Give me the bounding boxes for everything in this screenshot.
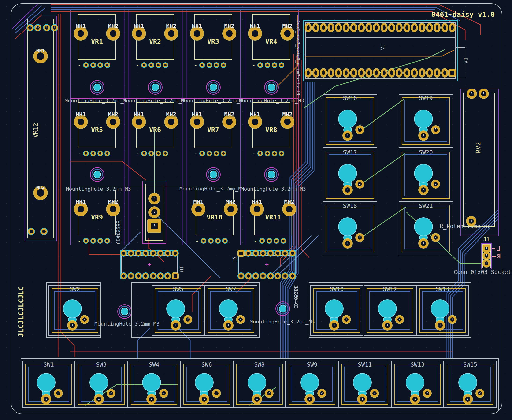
daisy-pad-bottom[interactable] [404, 69, 410, 77]
dip-pad[interactable] [150, 250, 156, 256]
vr-pin-pad[interactable] [265, 151, 270, 156]
j1-connector[interactable]: 123 [481, 243, 492, 269]
switch-module[interactable]: 12SW19 [399, 94, 453, 148]
hole-drill[interactable] [121, 308, 128, 315]
vr-module[interactable]: MH1MH2VR9- [78, 190, 116, 235]
daisy-pad-pin1[interactable] [449, 69, 456, 76]
daisy-pad-top[interactable] [381, 23, 387, 32]
daisy-pad-bottom[interactable] [427, 69, 433, 77]
vr-pin-pad[interactable] [163, 151, 168, 156]
dip-pad[interactable] [238, 250, 244, 256]
daisy-pad-bottom[interactable] [442, 69, 448, 77]
vr-pin-pad[interactable] [272, 151, 277, 156]
vr-module[interactable]: MH1MH2VR8- [252, 102, 290, 148]
vr-pin-pad[interactable] [98, 239, 103, 243]
dip-pad[interactable] [267, 273, 274, 279]
daisy-pad-top[interactable] [320, 23, 326, 32]
daisy-pad-bottom[interactable] [389, 69, 395, 77]
dip-pad[interactable] [289, 250, 296, 256]
vr-module[interactable]: MH1MH2VR4- [252, 14, 290, 60]
vr-pin-pad[interactable] [221, 63, 226, 68]
daisy-pad-bottom[interactable] [320, 69, 326, 77]
daisy-pad-bottom[interactable] [328, 69, 334, 77]
daisy-pad-top[interactable] [389, 23, 395, 32]
vr-pin-pad[interactable] [279, 151, 284, 156]
vr-pin-pad[interactable] [84, 63, 88, 68]
dip-pad[interactable] [172, 250, 178, 256]
rv2-potentiometer[interactable]: 123 [460, 89, 499, 236]
daisy-pad-top[interactable] [404, 23, 410, 32]
dip-pad[interactable] [267, 250, 274, 256]
vr-pin-pad[interactable] [214, 151, 219, 156]
daisy-pad-top[interactable] [449, 23, 455, 32]
vr-pin-pad[interactable] [258, 63, 263, 68]
switch-module[interactable]: 12SW18 [323, 202, 377, 255]
dip-pad[interactable] [143, 250, 149, 256]
dip-pad[interactable] [253, 250, 259, 256]
dip-pad[interactable] [275, 273, 281, 279]
daisy-pad-bottom[interactable] [305, 69, 311, 77]
vr12-bottom-pad[interactable] [41, 228, 47, 235]
switch-module[interactable]: 12SW17 [323, 149, 377, 202]
vr-pin-pad[interactable] [91, 239, 96, 243]
vr-pin-pad[interactable] [207, 63, 212, 68]
daisy-pad-top[interactable] [442, 23, 448, 32]
vr-module[interactable]: MH1MH2VR10- [196, 190, 234, 235]
vr12-bottom-pad[interactable] [28, 228, 34, 235]
daisy-pad-bottom[interactable] [419, 69, 425, 77]
vr-pin-pad[interactable] [84, 151, 88, 156]
vr-pin-pad[interactable] [200, 151, 204, 156]
vr-module[interactable]: MH1MH2VR2- [136, 14, 174, 60]
daisy-pad-top[interactable] [305, 23, 311, 32]
vr-pin-pad[interactable] [149, 151, 154, 156]
daisy-pad-top[interactable] [427, 23, 433, 32]
dip-pad[interactable] [135, 273, 141, 279]
vr-pin-pad[interactable] [201, 239, 206, 243]
dip-pad[interactable] [157, 273, 163, 279]
vr-pin-pad[interactable] [156, 63, 161, 68]
vr-pin-pad[interactable] [156, 151, 161, 156]
daisy-pad-bottom[interactable] [343, 69, 349, 77]
vr-pin-pad[interactable] [105, 239, 110, 243]
dip-pad[interactable] [172, 273, 178, 279]
vr-pin-pad[interactable] [98, 63, 103, 68]
dip-pad[interactable] [253, 273, 259, 279]
vr-pin-pad[interactable] [258, 151, 263, 156]
dip-pad[interactable] [150, 273, 156, 279]
daisy-pad-top[interactable] [328, 23, 334, 32]
switch-module[interactable]: 12SW16 [323, 94, 377, 148]
vr-module[interactable]: MH1MH2VR3- [194, 14, 232, 60]
switch-module[interactable]: 12SW21 [399, 202, 453, 255]
vr-pin-pad[interactable] [215, 239, 220, 243]
vr-pin-pad[interactable] [98, 151, 103, 156]
hole-drill[interactable] [268, 171, 275, 178]
vr-pin-pad[interactable] [200, 63, 204, 68]
daisy-pad-top[interactable] [343, 23, 349, 32]
hole-drill[interactable] [93, 171, 101, 178]
vr-pin-pad[interactable] [208, 239, 213, 243]
daisy-pad-bottom[interactable] [366, 69, 372, 77]
dip-socket[interactable] [120, 250, 178, 279]
hole-drill[interactable] [279, 305, 286, 313]
vr-pin-pad[interactable] [272, 63, 277, 68]
hole-drill[interactable] [268, 84, 275, 91]
dip-socket[interactable] [238, 250, 296, 279]
vr-module[interactable]: MH1MH2VR6- [136, 102, 174, 148]
switch-module[interactable]: 12SW20 [399, 149, 453, 202]
vr-pin-pad[interactable] [260, 239, 264, 243]
dip-pad[interactable] [260, 250, 266, 256]
dip-pad[interactable] [275, 250, 281, 256]
dip-pad[interactable] [135, 250, 141, 256]
vr-module[interactable]: MH1MH2VR5- [78, 102, 116, 148]
vr-pin-pad[interactable] [274, 239, 279, 243]
vr-pin-pad[interactable] [142, 63, 146, 68]
vr-pin-pad[interactable] [223, 239, 227, 243]
dip-pad[interactable] [260, 273, 266, 279]
daisy-pad-top[interactable] [411, 23, 417, 32]
vr-pin-pad[interactable] [91, 63, 96, 68]
dip-pad[interactable] [121, 273, 127, 279]
vr-pin-pad[interactable] [267, 239, 272, 243]
vr-pin-pad[interactable] [281, 239, 286, 243]
vr-pin-pad[interactable] [149, 63, 154, 68]
vr-pin-pad[interactable] [221, 151, 226, 156]
